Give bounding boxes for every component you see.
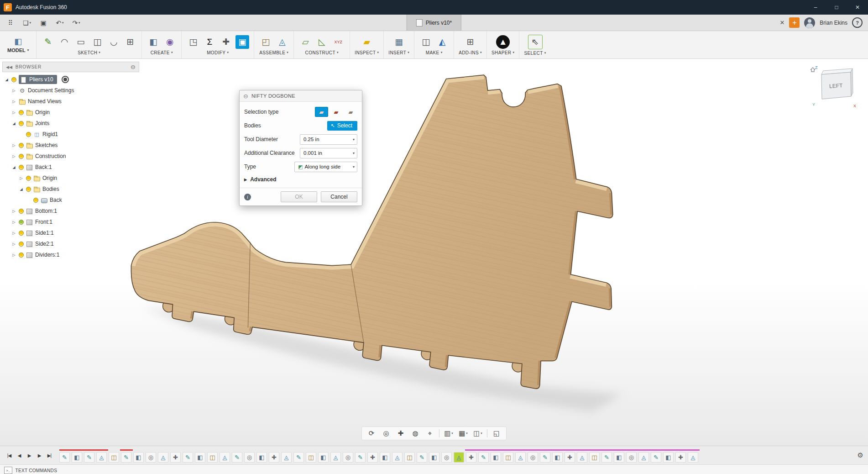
measure-icon[interactable]: ▰ [360, 35, 374, 49]
workspace-switcher[interactable]: ◧ MODEL ▾ [0, 31, 36, 58]
timeline-feature-35[interactable]: ◧ [491, 452, 501, 463]
activate-component-radio[interactable] [62, 76, 69, 83]
visibility-bulb-icon[interactable] [19, 165, 24, 170]
timeline-feature-48[interactable]: ✎ [651, 452, 661, 463]
timeline-feature-37[interactable]: ◬ [515, 452, 526, 463]
timeline-feature-10[interactable]: ✎ [183, 452, 193, 463]
expand-arrow-icon[interactable]: ▷ [11, 89, 16, 93]
select-icon[interactable]: ⇖ [528, 35, 543, 49]
play-button[interactable]: ▶ [25, 450, 34, 460]
go-to-start-button[interactable]: |◀ [5, 450, 14, 460]
timeline-feature-3[interactable]: ◬ [96, 452, 107, 463]
browser-row-origin[interactable]: ▷Origin [2, 107, 139, 118]
browser-row-back-1[interactable]: ◢Back:1 [2, 162, 139, 173]
text-commands-icon[interactable]: >_ [4, 467, 12, 474]
browser-row-named-views[interactable]: ▷Named Views [2, 96, 139, 107]
timeline-feature-40[interactable]: ◧ [552, 452, 563, 463]
display-settings-icon[interactable]: ▥▾ [442, 428, 455, 439]
toolbar-group-label[interactable]: ASSEMBLE▾ [259, 50, 288, 55]
toolbar-group-label[interactable]: SELECT▾ [524, 51, 546, 56]
timeline-feature-8[interactable]: ◬ [158, 452, 168, 463]
timeline-feature-22[interactable]: ◬ [330, 452, 341, 463]
visibility-bulb-icon[interactable] [19, 231, 24, 236]
step-forward-button[interactable]: ▶ [35, 450, 44, 460]
timeline-feature-36[interactable]: ◫ [503, 452, 513, 463]
change-parameters-icon[interactable]: Σ [203, 35, 216, 49]
scripts-addins-icon[interactable]: ⊞ [464, 35, 477, 49]
viewport-3d[interactable]: LEFT Z Y X ◀◀ BROWSER ⊖ ◢Pliers v10▷⚙Doc… [0, 59, 868, 446]
timeline-feature-14[interactable]: ✎ [232, 452, 242, 463]
timeline-feature-12[interactable]: ◫ [207, 452, 218, 463]
project-icon[interactable]: ⊞ [123, 35, 137, 49]
undo-icon[interactable]: ↶▾ [52, 16, 68, 29]
select-faces-mode-icon[interactable]: ▰ [315, 107, 328, 117]
canvas-icon[interactable]: ▦ [392, 35, 406, 49]
joint-icon[interactable]: ◬ [275, 35, 289, 49]
timeline-feature-4[interactable]: ◫ [109, 452, 119, 463]
visibility-bulb-icon[interactable] [19, 209, 24, 214]
redo-icon[interactable]: ↷▾ [68, 16, 84, 29]
pan-icon[interactable]: ✚ [394, 428, 408, 439]
document-tab[interactable]: Pliers v10* [407, 15, 461, 31]
timeline-feature-13[interactable]: ◬ [220, 452, 230, 463]
visibility-bulb-icon[interactable] [11, 77, 16, 82]
bodies-select-button[interactable]: ↖ Select [327, 121, 357, 131]
file-menu-icon[interactable]: ❏▾ [19, 16, 35, 29]
timeline-feature-23[interactable]: ◎ [343, 452, 353, 463]
form-icon[interactable]: ◉ [163, 35, 177, 49]
save-icon[interactable]: ▣ [36, 16, 51, 29]
new-tab-button[interactable]: + [789, 17, 800, 28]
timeline-feature-2[interactable]: ✎ [84, 452, 94, 463]
visibility-bulb-icon[interactable] [33, 198, 38, 203]
timeline-feature-49[interactable]: ◧ [663, 452, 674, 463]
toolbar-group-label[interactable]: ADD-INS▾ [459, 50, 482, 55]
expand-arrow-icon[interactable]: ▷ [11, 100, 16, 104]
collapse-arrow-icon[interactable]: ◢ [19, 187, 24, 191]
maximize-button[interactable]: □ [826, 0, 847, 15]
browser-row-pliers-v10[interactable]: ◢Pliers v10 [2, 74, 139, 85]
timeline-feature-34[interactable]: ✎ [478, 452, 489, 463]
timeline-feature-25[interactable]: ✚ [367, 452, 378, 463]
view-cube[interactable]: LEFT Z Y X [808, 63, 858, 109]
timeline-feature-27[interactable]: ◬ [392, 452, 403, 463]
timeline-feature-50[interactable]: ✚ [675, 452, 686, 463]
visibility-bulb-icon[interactable] [26, 132, 31, 137]
timeline-feature-15[interactable]: ◎ [244, 452, 255, 463]
select-features-mode-icon[interactable]: ▰ [329, 107, 343, 117]
chevron-down-icon[interactable]: ▾ [353, 151, 355, 155]
visibility-bulb-icon[interactable] [26, 187, 31, 192]
browser-row-bottom-1[interactable]: ▷Bottom:1 [2, 205, 139, 216]
collapse-arrow-icon[interactable]: ◢ [11, 121, 16, 126]
visibility-bulb-icon[interactable] [19, 220, 24, 225]
toolbar-group-label[interactable]: CONSTRUCT▾ [305, 50, 339, 55]
browser-row-bodies[interactable]: ◢Bodies [2, 184, 139, 195]
fullscreen-icon[interactable]: ◱ [490, 428, 503, 439]
timeline-feature-5[interactable]: ✎ [121, 452, 131, 463]
print-3d-icon[interactable]: ◫ [419, 35, 433, 49]
timeline-feature-31[interactable]: ◎ [441, 452, 452, 463]
browser-row-dividers-1[interactable]: ▷Dividers:1 [2, 249, 139, 260]
orbit-icon[interactable]: ⟳ [365, 428, 378, 439]
point-xyz-icon[interactable]: XYZ [331, 35, 345, 49]
browser-row-rigid1[interactable]: ◫Rigid1 [2, 129, 139, 140]
grid-settings-icon[interactable]: ▦▾ [456, 428, 470, 439]
move-copy-icon[interactable]: ✚ [219, 35, 233, 49]
timeline-feature-33[interactable]: ✚ [466, 452, 476, 463]
timeline-feature-6[interactable]: ◧ [133, 452, 144, 463]
timeline-feature-30[interactable]: ◧ [429, 452, 439, 463]
tool-diameter-input[interactable]: 0.25 in ▾ [300, 134, 357, 145]
timeline-feature-28[interactable]: ◫ [404, 452, 415, 463]
clearance-input[interactable]: 0.001 in ▾ [300, 148, 357, 158]
timeline-feature-38[interactable]: ◎ [528, 452, 538, 463]
create-sketch-icon[interactable]: ✎ [41, 35, 55, 49]
arc-icon[interactable]: ◡ [107, 35, 120, 49]
minimize-button[interactable]: – [805, 0, 826, 15]
user-name[interactable]: Brian Ekins [820, 20, 847, 26]
timeline-feature-29[interactable]: ✎ [417, 452, 427, 463]
ok-button[interactable]: OK [281, 191, 317, 202]
new-component-icon[interactable]: ◰ [259, 35, 272, 49]
viewcube-front-face[interactable]: LEFT [829, 82, 843, 90]
visibility-bulb-icon[interactable] [19, 242, 24, 247]
expand-arrow-icon[interactable]: ▷ [11, 253, 16, 257]
dialog-header[interactable]: ⊖ NIFTY DOGBONE [240, 90, 362, 102]
